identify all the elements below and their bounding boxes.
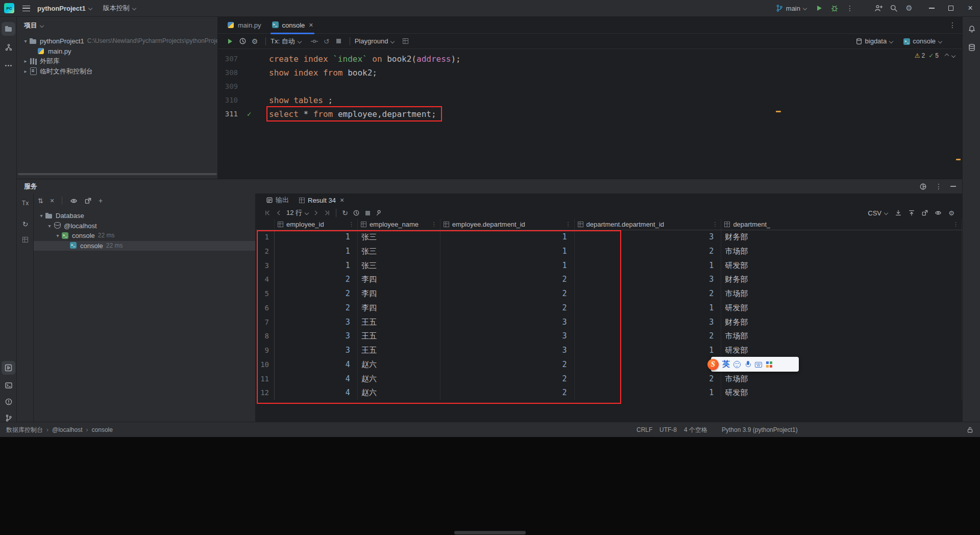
prev-page-button[interactable] — [273, 208, 284, 218]
sort-icon[interactable]: ⋮ — [347, 221, 354, 228]
tree-chevron-icon[interactable]: ▾ — [46, 221, 53, 231]
chevron-down-icon[interactable] — [951, 54, 955, 58]
last-page-button[interactable] — [322, 208, 333, 218]
emoji-icon[interactable] — [733, 361, 741, 368]
run-button[interactable] — [812, 1, 827, 16]
hide-panel-icon[interactable] — [950, 186, 956, 187]
column-header-employee.department_id[interactable]: employee.department_id⋮ — [440, 219, 575, 230]
services-tool-button[interactable] — [2, 361, 15, 375]
chevron-up-icon[interactable] — [945, 54, 949, 58]
grid-row-7[interactable]: 73王五33财务部 — [256, 315, 962, 330]
tree-item-datasource-localhost[interactable]: ▾@localhost — [34, 221, 255, 231]
grid-cell[interactable]: 3 — [275, 344, 358, 358]
grid-cell[interactable]: 2 — [275, 287, 358, 301]
grid-cell[interactable]: 3 — [440, 329, 575, 344]
ime-language-mode[interactable]: 英 — [722, 359, 730, 369]
more-actions-button[interactable]: ⋮ — [842, 1, 857, 16]
grid-cell[interactable]: 1 — [575, 386, 722, 400]
taskbar-strip[interactable] — [454, 531, 526, 534]
indent-widget[interactable]: 4 个空格 — [684, 422, 707, 437]
grid-row-12[interactable]: 124赵六21研发部 — [256, 386, 962, 400]
grid-cell[interactable]: 2 — [275, 301, 358, 315]
grid-cell[interactable]: 1 — [275, 245, 358, 259]
grid-cell[interactable]: 赵六 — [358, 386, 440, 400]
view-options-button[interactable] — [933, 208, 944, 218]
pin-tab-button[interactable] — [373, 208, 384, 218]
window-close-button[interactable]: × — [961, 0, 980, 17]
microphone-icon[interactable] — [744, 361, 751, 368]
grid-cell[interactable]: 1 — [440, 245, 575, 259]
grid-row-9[interactable]: 93王五31研发部 — [256, 344, 962, 358]
grid-cell[interactable]: 赵六 — [358, 372, 440, 386]
code-line-309[interactable]: 309 — [218, 80, 962, 93]
cancel-query-button[interactable] — [362, 208, 373, 218]
grid-cell[interactable]: 张三 — [358, 230, 440, 245]
grid-cell[interactable]: 王五 — [358, 344, 440, 358]
interpreter-widget[interactable]: Python 3.9 (pythonProject1) — [722, 422, 798, 437]
page-size-selector[interactable]: 12 行 — [286, 208, 308, 217]
grid-cell[interactable]: 2 — [575, 245, 722, 259]
grid-cell[interactable]: 研发部 — [721, 259, 962, 273]
panel-options-icon[interactable]: ⋮ — [935, 182, 942, 190]
refresh-side-button[interactable]: ↻ — [17, 220, 34, 228]
history-button[interactable] — [236, 35, 249, 47]
branch-widget[interactable]: main — [775, 4, 806, 12]
reload-page-button[interactable]: ↻ — [339, 208, 351, 218]
breadcrumb-item[interactable]: console — [92, 422, 113, 437]
database-tool-button[interactable] — [965, 40, 978, 54]
layout-settings-icon[interactable] — [919, 183, 927, 190]
structure-tool-button[interactable] — [2, 40, 15, 54]
grid-cell[interactable]: 研发部 — [721, 344, 962, 358]
add-icon[interactable]: + — [99, 197, 103, 205]
grid-body[interactable]: 11张三13财务部21张三12市场部31张三11研发部42李四23财务部52李四… — [256, 230, 962, 422]
sort-icon[interactable]: ⋮ — [951, 221, 959, 228]
breadcrumb-item[interactable]: @localhost — [52, 422, 83, 437]
grid-cell[interactable]: 3 — [575, 358, 722, 372]
ime-toolbar[interactable]: S 英 — [711, 357, 799, 372]
column-header-employee_id[interactable]: employee_id⋮ — [275, 219, 358, 230]
export-format-selector[interactable]: CSV — [868, 209, 888, 217]
tab-console[interactable]: console× — [266, 17, 318, 34]
grid-cell[interactable]: 李四 — [358, 287, 440, 301]
column-header-employee_name[interactable]: employee_name⋮ — [358, 219, 440, 230]
project-widget[interactable]: pythonProject1 — [37, 5, 92, 12]
readonly-lock-button[interactable] — [967, 426, 973, 433]
tree-chevron-icon[interactable]: ▾ — [54, 231, 61, 241]
horizontal-scrollbar[interactable] — [18, 173, 217, 175]
grid-cell[interactable]: 财务部 — [721, 315, 962, 330]
schema-selector[interactable]: bigdata — [855, 37, 893, 45]
stop-button[interactable] — [333, 35, 345, 47]
code-editor[interactable]: 307create index `index` on book2(address… — [218, 49, 962, 179]
grid-cell[interactable]: 4 — [275, 372, 358, 386]
grid-row-8[interactable]: 83王五32市场部 — [256, 329, 962, 344]
main-menu-icon[interactable] — [22, 6, 30, 11]
grid-row-5[interactable]: 52李四22市场部 — [256, 287, 962, 301]
code-with-me-button[interactable] — [871, 1, 886, 16]
auto-refresh-button[interactable] — [351, 208, 362, 218]
window-minimize-button[interactable] — [922, 0, 941, 17]
grid-row-6[interactable]: 62李四21研发部 — [256, 301, 962, 315]
grid-cell[interactable]: 李四 — [358, 301, 440, 315]
problems-tool-button[interactable] — [2, 395, 15, 408]
tab-main-py[interactable]: main.py — [222, 17, 266, 34]
tx-toggle-button[interactable]: Tx — [17, 200, 34, 207]
tree-item-console-result[interactable]: console22 ms — [34, 241, 255, 251]
grid-row-10[interactable]: 104赵六23财务部 — [256, 358, 962, 372]
grid-cell[interactable]: 市场部 — [721, 329, 962, 344]
settings-button[interactable]: ⚙ — [901, 1, 917, 16]
code-line-311[interactable]: 311✓select * from employee,department; — [218, 107, 962, 121]
export-button[interactable] — [906, 208, 917, 218]
grid-cell[interactable]: 财务部 — [721, 230, 962, 245]
grid-cell[interactable]: 1 — [575, 259, 722, 273]
tree-item-scratches-and-consoles[interactable]: ▸临时文件和控制台 — [17, 66, 217, 77]
column-header-department_[interactable]: department_⋮ — [721, 219, 962, 230]
grid-cell[interactable]: 2 — [275, 273, 358, 287]
grid-cell[interactable]: 赵六 — [358, 358, 440, 372]
grid-cell[interactable]: 4 — [275, 386, 358, 400]
code-line-308[interactable]: 308show index from book2; — [218, 66, 962, 80]
grid-cell[interactable]: 2 — [440, 301, 575, 315]
more-tool-windows-button[interactable] — [2, 59, 15, 72]
eye-icon[interactable] — [70, 197, 78, 205]
toolbox-icon[interactable] — [766, 361, 773, 369]
window-maximize-button[interactable] — [941, 0, 961, 17]
